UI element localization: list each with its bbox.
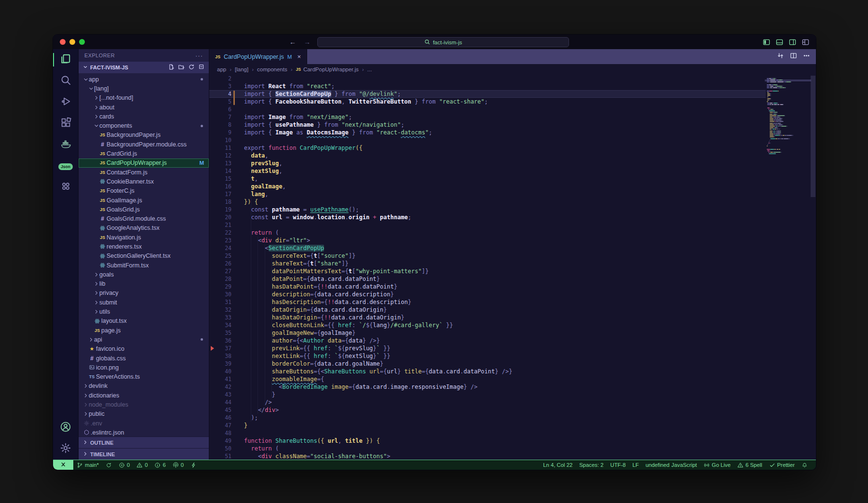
refresh-icon[interactable]: [188, 64, 195, 70]
status-0[interactable]: 0: [133, 460, 151, 470]
code-line-46[interactable]: 46 );: [209, 414, 816, 422]
tree-item-cookiebanner-tsx[interactable]: CookieBanner.tsx: [79, 177, 209, 186]
code-line-4[interactable]: 4import { SectionCardPopUp } from "@/dev…: [209, 90, 816, 98]
tree-item--env[interactable]: .env: [79, 419, 209, 428]
code-line-26[interactable]: 26 shareText={t["share"]}: [209, 260, 816, 267]
editor-scrollbar[interactable]: [810, 75, 816, 460]
close-window-button[interactable]: [60, 39, 66, 45]
new-file-icon[interactable]: [168, 64, 175, 70]
status-6-spell[interactable]: 6 Spell: [734, 460, 766, 470]
tree-item-utils[interactable]: utils: [79, 307, 209, 316]
code-line-19[interactable]: 19 const pathname = usePathname();: [209, 206, 816, 213]
tree-item-devlink[interactable]: devlink: [79, 382, 209, 391]
tree-item-globals-css[interactable]: #globals.css: [79, 354, 209, 363]
code-line-29[interactable]: 29 hasDataPoint={!!data.card.dataPoint}: [209, 283, 816, 291]
tree-item-page-js[interactable]: JSpage.js: [79, 326, 209, 335]
new-folder-icon[interactable]: [178, 64, 185, 70]
tree-item-sectiongalleryclient-tsx[interactable]: SectionGalleryClient.tsx: [79, 252, 209, 261]
code-line-44[interactable]: 44 />: [209, 398, 816, 406]
code-line-2[interactable]: 2: [209, 75, 816, 82]
tree-item-navigation-js[interactable]: JSNavigation.js: [79, 233, 209, 242]
code-line-16[interactable]: 16 goalImage,: [209, 183, 816, 190]
status-bell-icon[interactable]: [798, 460, 811, 470]
code-line-3[interactable]: 3import React from "react";: [209, 82, 816, 90]
status-spaces-2[interactable]: Spaces: 2: [576, 460, 607, 470]
tree-item-lib[interactable]: lib: [79, 279, 209, 289]
code-line-47[interactable]: 47}: [209, 422, 816, 429]
status-main-[interactable]: main*: [73, 460, 102, 470]
code-line-10[interactable]: 10: [209, 136, 816, 144]
split-editor-icon[interactable]: [790, 52, 797, 61]
code-line-9[interactable]: 9import { Image as DatocmsImage } from "…: [209, 129, 816, 136]
tree-item--not-found-[interactable]: [...not-found]: [79, 93, 209, 103]
command-center-search[interactable]: fact-ivism-js: [317, 37, 569, 47]
tree-item-submitform-tsx[interactable]: SubmitForm.tsx: [79, 261, 209, 270]
activity-extensions[interactable]: [53, 113, 78, 134]
tree-item-footerc-js[interactable]: JSFooterC.js: [79, 186, 209, 196]
tab-cardpopupwrapper[interactable]: JS CardPopUpWrapper.js M ×: [209, 49, 307, 64]
tree-item-contactform-js[interactable]: JSContactForm.js: [79, 168, 209, 177]
more-actions-icon[interactable]: [803, 52, 810, 61]
code-line-35[interactable]: 35 goalImageNew={goalImage}: [209, 329, 816, 337]
code-line-27[interactable]: 27 dataPointMattersText={t["why-point-ma…: [209, 267, 816, 275]
tree-item-cards[interactable]: cards: [79, 112, 209, 121]
status-ln-4-col-22[interactable]: Ln 4, Col 22: [540, 460, 576, 470]
code-line-48[interactable]: 48: [209, 429, 816, 437]
tree-item-submit[interactable]: submit: [79, 298, 209, 307]
layout-customize-icon[interactable]: [802, 39, 809, 46]
code-line-14[interactable]: 14 nextSlug,: [209, 167, 816, 175]
tree-item-icon-png[interactable]: icon.png: [79, 363, 209, 372]
tree-item-about[interactable]: about: [79, 103, 209, 112]
collapse-all-icon[interactable]: [198, 64, 205, 70]
code-line-50[interactable]: 50 return (: [209, 445, 816, 452]
code-line-36[interactable]: 36 author={<Author data={data} />}: [209, 337, 816, 344]
compare-changes-icon[interactable]: [777, 52, 784, 61]
remote-indicator[interactable]: [53, 460, 73, 470]
layout-panel-icon[interactable]: [776, 39, 783, 46]
code-line-12[interactable]: 12 data,: [209, 152, 816, 159]
code-line-28[interactable]: 28 dataPoint={data.card.dataPoint}: [209, 275, 816, 283]
code-line-30[interactable]: 30 description={data.card.description}: [209, 291, 816, 298]
code-line-34[interactable]: 34 closeButtonLink={{ href: `/${lang}/#c…: [209, 321, 816, 329]
status-6[interactable]: 6: [151, 460, 169, 470]
code-line-37[interactable]: 37 prevLink={{ href: `${prevSlug}` }}: [209, 344, 816, 352]
tree-item-serveractions-ts[interactable]: TSServerActions.ts: [79, 372, 209, 382]
breadcrumb-item[interactable]: [lang]: [235, 66, 248, 72]
tree-item-api[interactable]: api: [79, 335, 209, 344]
minimize-window-button[interactable]: [69, 39, 75, 45]
code-line-11[interactable]: 11export function CardPopUpWrapper({: [209, 144, 816, 152]
code-line-51[interactable]: 51 <div className="social-share-buttons"…: [209, 452, 816, 460]
status-0[interactable]: 0: [169, 460, 187, 470]
layout-sidebar-right-icon[interactable]: [789, 39, 796, 46]
breadcrumb-item[interactable]: JSCardPopUpWrapper.js: [296, 66, 359, 72]
code-line-5[interactable]: 5import { FacebookShareButton, TwitterSh…: [209, 98, 816, 106]
activity-run-debug[interactable]: [53, 92, 78, 113]
activity-search[interactable]: [53, 70, 78, 92]
panel-timeline[interactable]: TIMELINE: [79, 448, 209, 460]
tree-item-backgroundpaper-module-css[interactable]: #BackgroundPaper.module.css: [79, 140, 209, 149]
tree-item-public[interactable]: public: [79, 410, 209, 419]
code-line-20[interactable]: 20 const url = window.location.origin + …: [209, 213, 816, 221]
tree-item-node-modules[interactable]: node_modules: [79, 400, 209, 409]
code-line-21[interactable]: 21: [209, 221, 816, 229]
breadcrumb-item[interactable]: app: [217, 66, 226, 72]
activity-docker[interactable]: [53, 134, 78, 155]
tree-item-backgroundpaper-js[interactable]: JSBackgroundPaper.js: [79, 131, 209, 140]
tree-item--lang-[interactable]: [lang]: [79, 84, 209, 93]
tree-item-components[interactable]: components: [79, 121, 209, 130]
layout-sidebar-left-icon[interactable]: [763, 39, 770, 46]
tree-item-googleanalytics-tsx[interactable]: GoogleAnalytics.tsx: [79, 224, 209, 233]
code-line-43[interactable]: 43 }: [209, 391, 816, 398]
status-go-live[interactable]: Go Live: [700, 460, 734, 470]
tree-item-cardgrid-js[interactable]: JSCardGrid.js: [79, 149, 209, 158]
tree-item-goalsgrid-module-css[interactable]: #GoalsGrid.module.css: [79, 214, 209, 223]
code-line-31[interactable]: 31 hasDescription={!!data.card.descripti…: [209, 298, 816, 306]
zoom-window-button[interactable]: [79, 39, 85, 45]
code-line-45[interactable]: 45 </div>: [209, 406, 816, 414]
tree-item-cardpopupwrapper-js[interactable]: JSCardPopUpWrapper.js M: [79, 159, 209, 168]
code-line-17[interactable]: 17 lang,: [209, 190, 816, 198]
tree-item-goalimage-js[interactable]: JSGoalImage.js: [79, 196, 209, 205]
status-lf[interactable]: LF: [629, 460, 642, 470]
status-utf-8[interactable]: UTF-8: [607, 460, 629, 470]
forward-arrow-icon[interactable]: →: [304, 38, 311, 46]
